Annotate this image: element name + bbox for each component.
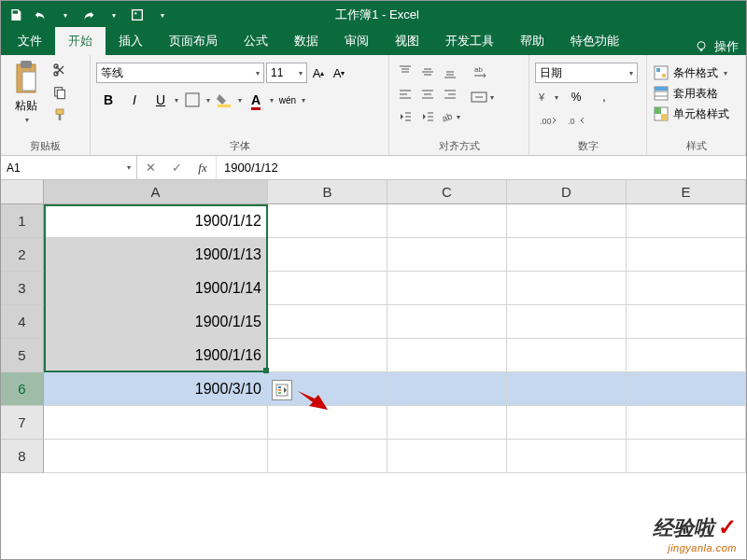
shrink-font-button[interactable]: A▾ (330, 63, 348, 82)
tab-review[interactable]: 审阅 (331, 27, 382, 55)
cut-button[interactable] (49, 61, 70, 79)
cell-C4[interactable] (388, 305, 507, 339)
cell-D8[interactable] (507, 440, 627, 473)
tab-file[interactable]: 文件 (5, 27, 55, 55)
font-size-combo[interactable]: 11▾ (266, 63, 307, 83)
col-header-C[interactable]: C (388, 180, 507, 203)
tab-home[interactable]: 开始 (55, 27, 106, 55)
cell-A7[interactable] (44, 406, 268, 440)
underline-dropdown[interactable]: ▾ (173, 96, 178, 105)
tab-help[interactable]: 帮助 (507, 27, 557, 55)
cell-A3[interactable]: 1900/1/14 (44, 272, 268, 305)
cell-C7[interactable] (388, 406, 507, 440)
row-header-2[interactable]: 2 (1, 238, 44, 272)
cell-E6[interactable] (627, 372, 746, 406)
cell-C6[interactable] (388, 372, 507, 406)
cell-E1[interactable] (627, 204, 746, 238)
tab-dev[interactable]: 开发工具 (432, 27, 507, 55)
row-header-6[interactable]: 6 (1, 372, 44, 406)
cell-E3[interactable] (627, 272, 746, 305)
col-header-E[interactable]: E (627, 180, 746, 203)
cell-E5[interactable] (627, 339, 746, 372)
cell-A4[interactable]: 1900/1/15 (44, 305, 268, 339)
cell-A2[interactable]: 1900/1/13 (44, 238, 268, 272)
paste-dropdown[interactable]: ▾ (23, 116, 29, 124)
row-header-3[interactable]: 3 (1, 272, 44, 305)
font-name-combo[interactable]: 等线▾ (96, 63, 264, 83)
cell-C3[interactable] (388, 272, 507, 305)
row-header-5[interactable]: 5 (1, 339, 44, 372)
cell-E8[interactable] (627, 440, 746, 473)
percent-button[interactable]: % (563, 87, 589, 107)
wrap-text-button[interactable]: ab (468, 63, 496, 83)
row-header-4[interactable]: 4 (1, 305, 44, 339)
formula-bar[interactable]: 1900/1/12 (217, 156, 746, 179)
underline-button[interactable]: U (148, 89, 173, 111)
tab-insert[interactable]: 插入 (106, 27, 156, 55)
row-header-7[interactable]: 7 (1, 406, 44, 440)
cell-B7[interactable] (268, 406, 388, 440)
paste-button[interactable]: 粘贴 (15, 98, 37, 114)
align-bottom-button[interactable] (440, 63, 460, 81)
tab-tellme[interactable]: 操作 (714, 38, 739, 55)
qat-extra-button[interactable] (126, 4, 148, 26)
orientation-button[interactable]: ab▾ (440, 107, 460, 126)
italic-button[interactable]: I (122, 89, 147, 111)
tab-view[interactable]: 视图 (382, 27, 432, 55)
cell-D5[interactable] (507, 339, 627, 372)
redo-dropdown[interactable]: ▾ (102, 4, 124, 26)
indent-increase-button[interactable] (417, 107, 438, 126)
phonetic-button[interactable]: wén (275, 89, 300, 111)
save-button[interactable] (5, 4, 27, 26)
comma-button[interactable]: , (591, 87, 617, 107)
tab-formulas[interactable]: 公式 (231, 27, 281, 55)
number-format-combo[interactable]: 日期▾ (535, 63, 638, 83)
undo-button[interactable] (29, 4, 51, 26)
undo-dropdown[interactable]: ▾ (53, 4, 76, 26)
font-color-dropdown[interactable]: ▾ (268, 96, 274, 105)
align-middle-button[interactable] (417, 63, 438, 81)
cell-C1[interactable] (388, 204, 507, 238)
redo-button[interactable] (78, 4, 100, 26)
cell-C8[interactable] (388, 440, 507, 473)
format-as-table-button[interactable]: 套用表格 (653, 85, 729, 102)
select-all-corner[interactable] (1, 180, 44, 204)
col-header-D[interactable]: D (507, 180, 627, 203)
font-color-button[interactable]: A (244, 89, 268, 111)
qat-customize[interactable]: ▾ (150, 4, 173, 26)
copy-button[interactable] (49, 83, 70, 102)
cell-E7[interactable] (627, 406, 746, 440)
cell-B3[interactable] (268, 272, 388, 305)
phonetic-dropdown[interactable]: ▾ (300, 96, 305, 105)
cell-A8[interactable] (44, 440, 268, 473)
cell-D2[interactable] (507, 238, 627, 272)
align-center-button[interactable] (417, 85, 438, 104)
cell-D6[interactable] (507, 372, 627, 406)
align-top-button[interactable] (395, 63, 416, 81)
format-painter-button[interactable] (49, 105, 70, 124)
cell-E2[interactable] (627, 238, 746, 272)
cell-A1[interactable]: 1900/1/12 (44, 204, 268, 238)
decrease-decimal-button[interactable]: .0 (563, 111, 589, 132)
increase-decimal-button[interactable]: .00 (535, 111, 561, 132)
cell-styles-button[interactable]: 单元格样式 (653, 105, 729, 122)
cancel-formula-button[interactable]: ✕ (137, 161, 163, 175)
align-left-button[interactable] (395, 85, 416, 104)
tab-layout[interactable]: 页面布局 (156, 27, 231, 55)
cell-B5[interactable] (268, 339, 388, 372)
tab-data[interactable]: 数据 (281, 27, 331, 55)
col-header-A[interactable]: A (44, 180, 268, 203)
row-header-1[interactable]: 1 (1, 204, 44, 238)
merge-button[interactable]: ▾ (468, 87, 496, 107)
cell-E4[interactable] (627, 305, 746, 339)
border-button[interactable] (180, 89, 204, 111)
insert-function-button[interactable]: fx (190, 161, 216, 175)
cell-A5[interactable]: 1900/1/16 (44, 339, 268, 372)
border-dropdown[interactable]: ▾ (204, 96, 210, 105)
cell-D1[interactable] (507, 204, 627, 238)
cell-C2[interactable] (388, 238, 507, 272)
cell-C5[interactable] (388, 339, 507, 372)
indent-decrease-button[interactable] (395, 107, 416, 126)
cell-B2[interactable] (268, 238, 388, 272)
row-header-8[interactable]: 8 (1, 440, 44, 473)
